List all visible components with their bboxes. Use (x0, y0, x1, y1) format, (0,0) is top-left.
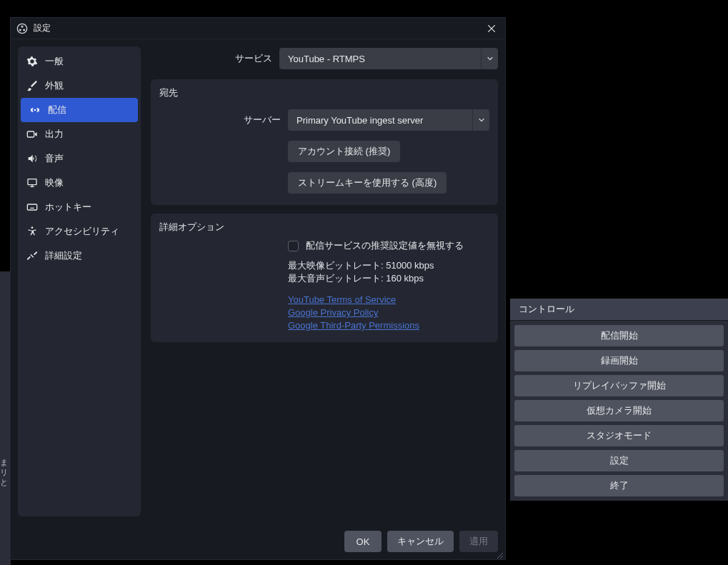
brush-icon (26, 80, 38, 91)
sidebar-item-label: 詳細設定 (45, 249, 82, 262)
sidebar-item-label: 映像 (45, 176, 64, 189)
cancel-button[interactable]: キャンセル (387, 531, 454, 552)
start-replay-buffer-button[interactable]: リプレイバッファ開始 (514, 375, 724, 396)
chevron-down-icon (481, 48, 498, 69)
exit-button[interactable]: 終了 (514, 475, 724, 496)
sidebar-item-appearance[interactable]: 外観 (18, 74, 141, 98)
speaker-icon (26, 153, 38, 164)
sidebar-item-label: ホットキー (45, 201, 91, 214)
titlebar: 設定 (11, 18, 505, 39)
use-stream-key-button[interactable]: ストリームキーを使用する (高度) (288, 172, 447, 194)
svg-point-3 (23, 29, 25, 31)
ok-button[interactable]: OK (344, 531, 382, 552)
gear-icon (26, 56, 38, 67)
advanced-options-panel: 詳細オプション 配信サービスの推奨設定値を無視する 最大映像ビットレート: 51… (151, 214, 498, 342)
keyboard-icon (26, 201, 38, 213)
sidebar-item-accessibility[interactable]: アクセシビリティ (18, 219, 141, 244)
settings-dialog: 設定 一般 外観 配信 (10, 17, 506, 560)
controls-panel-title: コントロール (510, 299, 728, 321)
sidebar-item-label: 外観 (45, 79, 64, 92)
google-privacy-link[interactable]: Google Privacy Policy (288, 307, 378, 318)
output-icon (26, 129, 38, 140)
sidebar-item-video[interactable]: 映像 (18, 171, 141, 195)
destination-panel-title: 宛先 (159, 86, 489, 99)
resize-grip-icon[interactable] (497, 551, 504, 558)
sidebar-item-stream[interactable]: 配信 (21, 98, 138, 122)
settings-button[interactable]: 設定 (514, 450, 724, 471)
max-video-bitrate: 最大映像ビットレート: 51000 kbps (288, 259, 489, 272)
server-select-value: Primary YouTube ingest server (288, 115, 472, 126)
svg-point-7 (31, 226, 34, 229)
antenna-icon (29, 104, 41, 116)
obs-logo-icon (16, 23, 28, 34)
tools-icon (26, 250, 38, 261)
service-select[interactable]: YouTube - RTMPS (279, 48, 498, 69)
svg-point-2 (19, 29, 21, 31)
ignore-recommended-checkbox[interactable] (288, 241, 299, 251)
sidebar-item-label: 出力 (45, 128, 64, 141)
service-label: サービス (151, 52, 272, 65)
sidebar-item-label: 音声 (45, 152, 64, 165)
dialog-title: 設定 (34, 22, 51, 34)
chevron-down-icon (472, 109, 489, 131)
svg-point-0 (17, 24, 26, 33)
sidebar-item-general[interactable]: 一般 (18, 49, 141, 74)
sidebar-item-advanced[interactable]: 詳細設定 (18, 244, 141, 268)
dialog-footer: OK キャンセル 適用 (11, 524, 505, 559)
sidebar-item-label: アクセシビリティ (45, 225, 119, 238)
svg-point-1 (21, 25, 24, 27)
connect-account-button[interactable]: アカウント接続 (推奨) (288, 141, 400, 162)
sidebar-item-label: 一般 (45, 55, 64, 68)
apply-button[interactable]: 適用 (459, 531, 498, 552)
svg-rect-4 (27, 131, 34, 137)
start-streaming-button[interactable]: 配信開始 (514, 325, 724, 346)
service-select-value: YouTube - RTMPS (279, 54, 481, 64)
youtube-tos-link[interactable]: YouTube Terms of Service (288, 294, 396, 305)
ignore-recommended-label: 配信サービスの推奨設定値を無視する (306, 239, 464, 252)
svg-rect-5 (28, 179, 36, 185)
sidebar-item-output[interactable]: 出力 (18, 122, 141, 146)
server-select[interactable]: Primary YouTube ingest server (288, 109, 489, 131)
advanced-options-title: 詳細オプション (159, 221, 489, 234)
studio-mode-button[interactable]: スタジオモード (514, 425, 724, 446)
start-recording-button[interactable]: 録画開始 (514, 350, 724, 371)
settings-content: サービス YouTube - RTMPS 宛先 サーバー (151, 46, 498, 516)
sidebar-item-label: 配信 (48, 104, 66, 116)
sidebar-item-hotkeys[interactable]: ホットキー (18, 195, 141, 219)
settings-sidebar: 一般 外観 配信 出力 (18, 46, 141, 516)
max-audio-bitrate: 最大音声ビットレート: 160 kbps (288, 272, 489, 285)
accessibility-icon (26, 226, 38, 237)
google-third-party-link[interactable]: Google Third-Party Permissions (288, 320, 419, 331)
monitor-icon (26, 177, 38, 189)
svg-rect-6 (27, 204, 36, 210)
sidebar-item-audio[interactable]: 音声 (18, 146, 141, 171)
close-button[interactable] (484, 21, 499, 36)
start-virtual-camera-button[interactable]: 仮想カメラ開始 (514, 400, 724, 421)
destination-panel: 宛先 サーバー Primary YouTube ingest server (151, 79, 498, 205)
controls-panel: コントロール 配信開始 録画開始 リプレイバッファ開始 仮想カメラ開始 スタジオ… (510, 299, 728, 501)
server-label: サーバー (159, 114, 281, 126)
bg-left-edge: まリと (0, 271, 11, 565)
